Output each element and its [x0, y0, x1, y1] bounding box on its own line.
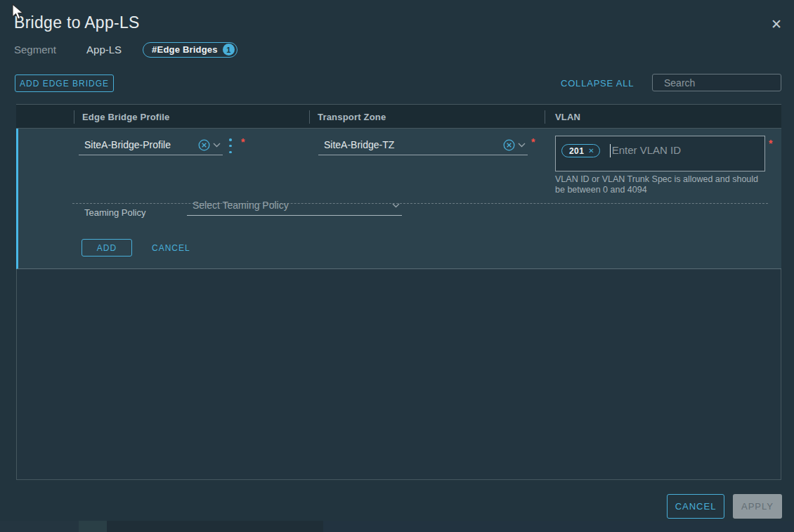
remove-vlan-tag-icon[interactable]: ✕: [588, 147, 594, 155]
column-header-edge-bridge-profile[interactable]: Edge Bridge Profile: [82, 105, 169, 129]
teaming-policy-placeholder: Select Teaming Policy: [187, 200, 389, 211]
clear-profile-icon[interactable]: [197, 138, 210, 151]
breadcrumb-segment-label: Segment: [14, 44, 56, 56]
chevron-down-icon[interactable]: [210, 138, 223, 151]
vlan-help-line2: be between 0 and 4094: [555, 185, 773, 195]
column-header-transport-zone[interactable]: Transport Zone: [318, 105, 386, 129]
background-strip-segment: [79, 521, 107, 532]
edge-bridge-profile-select[interactable]: SiteA-Bridge-Profile: [79, 135, 223, 155]
required-marker-vlan: *: [769, 138, 772, 149]
chevron-down-icon[interactable]: [515, 138, 528, 151]
search-box[interactable]: [652, 74, 781, 91]
transport-zone-select[interactable]: SiteA-Bridge-TZ: [318, 135, 528, 155]
row-add-button[interactable]: ADD: [82, 239, 132, 257]
breadcrumb-segment-value: App-LS: [86, 44, 122, 56]
row-cancel-link[interactable]: CANCEL: [152, 243, 190, 253]
dialog-apply-button[interactable]: APPLY: [733, 494, 782, 519]
clear-transport-zone-icon[interactable]: [502, 138, 515, 151]
column-separator: [74, 110, 74, 124]
breadcrumb: Segment App-LS #Edge Bridges 1: [14, 41, 237, 58]
add-edge-bridge-button[interactable]: ADD EDGE BRIDGE: [15, 74, 114, 92]
vlan-tag-chip: 201 ✕: [561, 144, 600, 157]
collapse-all-link[interactable]: COLLAPSE ALL: [561, 78, 634, 89]
page-title: Bridge to App-LS: [14, 13, 140, 32]
edge-bridge-edit-row: SiteA-Bridge-Profile * SiteA-Bridge-TZ: [16, 129, 781, 269]
column-separator: [309, 110, 310, 124]
vlan-help-line1: VLAN ID or VLAN Trunk Spec is allowed an…: [555, 174, 773, 185]
text-caret: [610, 144, 611, 157]
row-section-divider: [72, 203, 768, 204]
column-header-vlan[interactable]: VLAN: [555, 105, 580, 129]
background-strip-segment: [0, 521, 79, 532]
background-strip-segment: [323, 521, 794, 532]
edge-bridge-profile-value: SiteA-Bridge-Profile: [79, 139, 197, 150]
edge-bridges-tag-label: #Edge Bridges: [152, 44, 218, 55]
teaming-policy-select[interactable]: Select Teaming Policy: [187, 195, 402, 216]
vlan-id-input[interactable]: [612, 144, 759, 156]
row-actions: ADD CANCEL: [82, 239, 190, 257]
edge-bridges-table: Edge Bridge Profile Transport Zone VLAN …: [16, 104, 781, 480]
vlan-input-box[interactable]: 201 ✕: [555, 136, 765, 171]
vlan-tag-value: 201: [569, 146, 584, 156]
search-input[interactable]: [664, 77, 791, 89]
dialog-cancel-button[interactable]: CANCEL: [667, 494, 724, 519]
transport-zone-value: SiteA-Bridge-TZ: [318, 139, 502, 150]
edge-bridges-count-badge: 1: [223, 44, 235, 56]
row-menu-kebab-icon[interactable]: [229, 138, 232, 153]
chevron-down-icon[interactable]: [389, 199, 402, 212]
teaming-policy-label: Teaming Policy: [84, 207, 145, 218]
required-marker-profile: *: [241, 136, 245, 148]
column-separator: [545, 110, 545, 124]
table-empty-body: [16, 269, 781, 480]
edge-bridges-tag[interactable]: #Edge Bridges 1: [143, 42, 237, 58]
close-icon[interactable]: ✕: [767, 15, 786, 34]
table-header-row: Edge Bridge Profile Transport Zone VLAN: [16, 104, 781, 129]
vlan-help-text: VLAN ID or VLAN Trunk Spec is allowed an…: [555, 174, 773, 195]
required-marker-transport-zone: *: [531, 136, 535, 148]
